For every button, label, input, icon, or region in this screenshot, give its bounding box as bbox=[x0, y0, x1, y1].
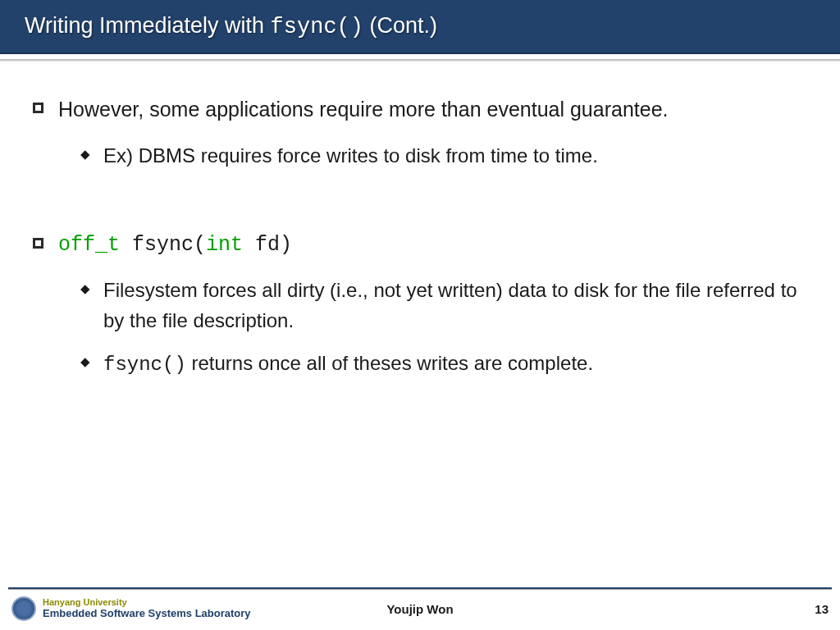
sig-rest: fd) bbox=[243, 233, 292, 257]
sig-param-type: int bbox=[206, 233, 243, 257]
bullet-1-text: However, some applications require more … bbox=[58, 94, 669, 126]
sig-func: fsync( bbox=[120, 233, 206, 257]
title-pre: Writing Immediately with bbox=[25, 13, 271, 38]
lab-name: Embedded Software Systems Laboratory bbox=[43, 608, 251, 619]
footer-logo: Hanyang University Embedded Software Sys… bbox=[11, 596, 251, 621]
bullet-1-sub-1-text: Ex) DBMS requires force writes to disk f… bbox=[103, 140, 598, 171]
title-code: fsync() bbox=[271, 15, 363, 39]
sub2-code: fsync() bbox=[103, 354, 186, 376]
sub2-rest: returns once all of theses writes are co… bbox=[186, 352, 593, 374]
diamond-bullet-icon: ◆ bbox=[80, 281, 90, 296]
square-bullet-icon bbox=[33, 238, 43, 249]
bullet-2-sub-2: ◆ fsync() returns once all of theses wri… bbox=[80, 348, 807, 380]
footer-divider bbox=[8, 587, 832, 590]
title-post: (Cont.) bbox=[363, 13, 437, 38]
page-number: 13 bbox=[815, 602, 829, 616]
bullet-2: off_t fsync(int fd) bbox=[33, 230, 807, 261]
slide-header: Writing Immediately with fsync() (Cont.) bbox=[0, 0, 840, 54]
sig-return-type: off_t bbox=[58, 233, 120, 257]
slide-footer: Hanyang University Embedded Software Sys… bbox=[0, 587, 840, 630]
bullet-2-sub-1: ◆ Filesystem forces all dirty (i.e., not… bbox=[80, 275, 807, 336]
diamond-bullet-icon: ◆ bbox=[80, 147, 90, 162]
university-seal-icon bbox=[11, 596, 36, 621]
bullet-1-sub-1: ◆ Ex) DBMS requires force writes to disk… bbox=[80, 140, 807, 171]
slide-content: However, some applications require more … bbox=[0, 62, 840, 380]
author-name: Youjip Won bbox=[386, 602, 453, 616]
square-bullet-icon bbox=[33, 103, 43, 113]
diamond-bullet-icon: ◆ bbox=[80, 354, 90, 369]
bullet-2-sub-2-text: fsync() returns once all of theses write… bbox=[103, 348, 593, 380]
bullet-1: However, some applications require more … bbox=[33, 94, 807, 126]
bullet-2-signature: off_t fsync(int fd) bbox=[58, 230, 292, 261]
bullet-2-sub-1-text: Filesystem forces all dirty (i.e., not y… bbox=[103, 275, 807, 336]
